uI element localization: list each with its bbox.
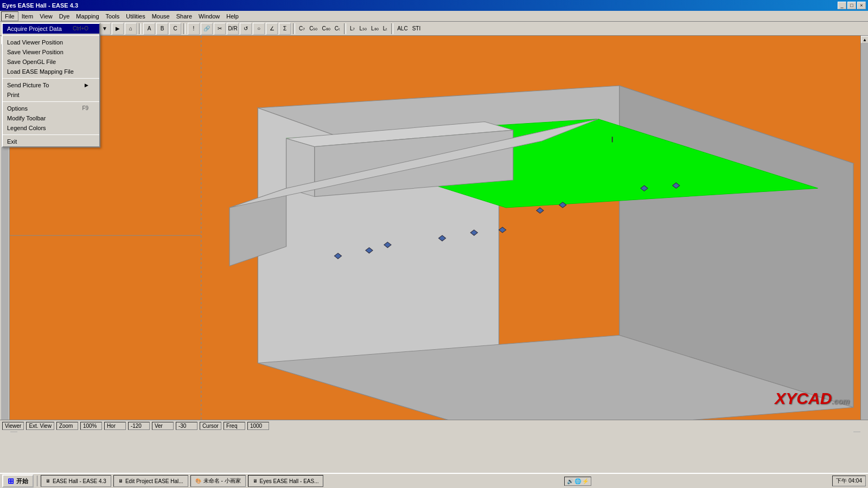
toolbar-btn-down[interactable]: ▼: [99, 23, 111, 35]
toolbar-sep-6: [391, 23, 393, 34]
toolbar-sep-3: [183, 23, 186, 34]
status-ver-val: -30: [176, 422, 197, 430]
menu-mouse[interactable]: Mouse: [149, 12, 173, 21]
menu-legend-colors[interactable]: Legend Colors: [3, 123, 99, 133]
room-visualization: [10, 36, 860, 424]
menu-load-viewer-position[interactable]: Load Viewer Position: [3, 37, 99, 47]
title-bar-text: Eyes EASE Hall - EASE 4.3: [2, 2, 78, 9]
minimize-button[interactable]: _: [838, 2, 846, 9]
toolbar-btn-link[interactable]: 🔗: [201, 23, 213, 35]
status-hor-label: Hor: [104, 422, 126, 430]
watermark: XYCAD.com: [775, 389, 850, 408]
toolbar-alc-label: ALC: [395, 25, 409, 31]
toolbar-c7-label: C₇: [297, 25, 307, 31]
menu-dye[interactable]: Dye: [56, 12, 73, 21]
maximize-button[interactable]: □: [847, 2, 856, 9]
status-freq-val: 1000: [247, 422, 269, 430]
windows-icon: ⊞: [8, 477, 14, 485]
toolbar-c80-label: C₈₀: [320, 25, 331, 31]
menu-acquire-project-data[interactable]: Acquire Project Data Ctrl+O: [3, 24, 99, 34]
toolbar-l80-label: L₈₀: [369, 25, 380, 31]
tray-icon-2: 🌐: [575, 478, 581, 484]
toolbar-btn-circle[interactable]: ○: [253, 23, 265, 35]
status-ext-view: Ext. View: [26, 422, 54, 430]
status-bar: Viewer Ext. View Zoom 100% Hor -120 Ver …: [0, 420, 868, 432]
viewport-3d[interactable]: XYCAD.com: [10, 36, 860, 424]
menu-share[interactable]: Share: [173, 12, 195, 21]
menu-file[interactable]: File Acquire Project Data Ctrl+O Load Vi…: [1, 11, 18, 21]
status-hor-val: -120: [128, 422, 150, 430]
close-button[interactable]: ×: [857, 2, 866, 9]
status-zoom-val: 100%: [80, 422, 102, 430]
menu-modify-toolbar[interactable]: Modify Toolbar: [3, 113, 99, 123]
toolbar-btn-right[interactable]: ▶: [112, 23, 124, 35]
menu-save-viewer-position[interactable]: Save Viewer Position: [3, 47, 99, 57]
toolbar-c50-label: C₅₀: [308, 25, 319, 31]
start-button[interactable]: ⊞ 开始: [2, 474, 34, 487]
toolbar-btn-b[interactable]: B: [156, 23, 168, 35]
menu-divider-2: [3, 78, 99, 79]
toolbar-lt-label: Lₜ: [381, 25, 390, 31]
toolbar-sti-label: STI: [411, 25, 423, 31]
right-scrollbar: ▲ ▼: [860, 36, 868, 432]
toolbar-btn-angle[interactable]: ∠: [266, 23, 278, 35]
menu-item[interactable]: Item: [18, 12, 36, 21]
menu-window[interactable]: Window: [195, 12, 223, 21]
menu-options[interactable]: Options F9: [3, 104, 99, 113]
toolbar-l7-label: L₇: [348, 25, 357, 31]
toolbar-btn-cut[interactable]: ✂: [214, 23, 226, 35]
status-cursor-label: Cursor: [200, 422, 221, 430]
menu-divider-1: [3, 35, 99, 36]
status-zoom-label: Zoom: [56, 422, 78, 430]
menu-save-opengl-file[interactable]: Save OpenGL File: [3, 57, 99, 67]
menu-exit[interactable]: Exit: [3, 137, 99, 146]
menu-utilities[interactable]: Utilities: [123, 12, 148, 21]
toolbar-sep-4: [293, 23, 295, 34]
system-tray: 🔊 🌐 ⚡: [564, 477, 591, 486]
taskbar-paint[interactable]: 🎨 未命名 - 小画家: [190, 475, 246, 487]
toolbar-sep-5: [344, 23, 346, 34]
toolbar-ct-label: Cₜ: [333, 25, 342, 31]
menu-divider-3: [3, 101, 99, 102]
toolbar-sep-2: [139, 23, 141, 34]
app-workspace: ▲ ▼: [0, 36, 868, 432]
taskbar-separator: [37, 476, 37, 486]
toolbar-btn-sigma[interactable]: Σ: [279, 23, 291, 35]
status-freq-label: Freq: [224, 422, 245, 430]
taskbar-edit-project[interactable]: 🖥 Edit Project EASE Hal...: [113, 475, 188, 487]
menu-help[interactable]: Help: [223, 12, 242, 21]
toolbar-btn-d2[interactable]: D/R: [227, 23, 239, 35]
tray-icon-3: ⚡: [582, 478, 589, 484]
menu-mapping[interactable]: Mapping: [73, 12, 102, 21]
toolbar-btn-home[interactable]: ⌂: [125, 23, 137, 35]
taskbar-eyes-ease[interactable]: 🖥 Eyes EASE Hall - EAS...: [248, 475, 324, 487]
vscroll-track[interactable]: [861, 43, 868, 424]
taskbar-clock: 下午 04:04: [832, 476, 866, 486]
toolbar-btn-d1[interactable]: !: [188, 23, 200, 35]
title-bar-buttons: _ □ ×: [838, 2, 866, 9]
menu-print[interactable]: Print: [3, 90, 99, 100]
tray-icon-1: 🔊: [567, 478, 573, 484]
menu-load-ease-mapping[interactable]: Load EASE Mapping File: [3, 67, 99, 76]
menu-tools[interactable]: Tools: [103, 12, 123, 21]
toolbar-1: ↖ ⊕ ⊞ ⊟ ⊞ ⟲ ◀ ▼ ▶ ⌂ A B C ! 🔗 ✂ D/R ↺ ○ …: [0, 22, 868, 36]
toolbar-l50-label: L₅₀: [358, 25, 369, 31]
menu-bar: File Acquire Project Data Ctrl+O Load Vi…: [0, 11, 868, 22]
menu-divider-4: [3, 134, 99, 135]
taskbar-ease-hall[interactable]: 🖥 EASE Hall - EASE 4.3: [41, 475, 111, 487]
toolbar-btn-rotate[interactable]: ↺: [240, 23, 252, 35]
taskbar: ⊞ 开始 🖥 EASE Hall - EASE 4.3 🖥 Edit Proje…: [0, 473, 868, 488]
toolbar-btn-c[interactable]: C: [169, 23, 181, 35]
title-bar: Eyes EASE Hall - EASE 4.3 _ □ ×: [0, 0, 868, 11]
menu-send-picture[interactable]: Send Picture To ▶: [3, 80, 99, 90]
status-ver-label: Ver: [152, 422, 174, 430]
file-menu-dropdown: Acquire Project Data Ctrl+O Load Viewer …: [2, 23, 100, 147]
scroll-up-btn[interactable]: ▲: [861, 36, 868, 43]
menu-view[interactable]: View: [36, 12, 56, 21]
status-viewer: Viewer: [2, 422, 24, 430]
toolbar-btn-a[interactable]: A: [143, 23, 155, 35]
